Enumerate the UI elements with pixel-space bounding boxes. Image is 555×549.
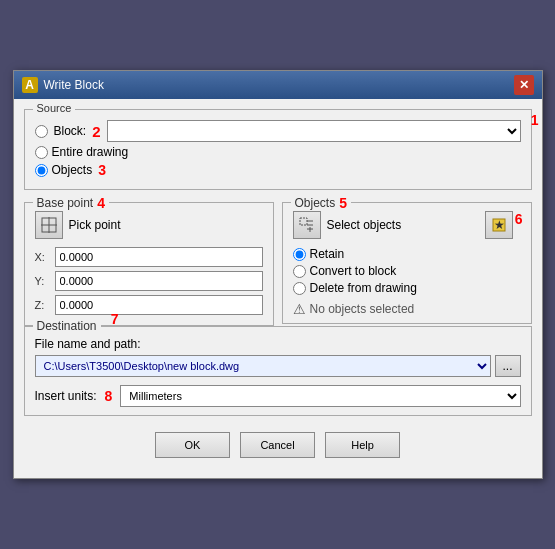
file-name-label-row: File name and path: — [35, 337, 521, 351]
quick-select-icon: ★ — [491, 217, 507, 233]
convert-radio[interactable] — [293, 265, 306, 278]
entire-drawing-radio[interactable] — [35, 146, 48, 159]
num-badge-3: 3 — [98, 162, 106, 178]
objects-group-label: Objects — [295, 196, 336, 210]
z-label: Z: — [35, 299, 49, 311]
objects-source-row: Objects 3 — [35, 162, 521, 178]
y-label: Y: — [35, 275, 49, 287]
objects-source-label: Objects — [52, 163, 93, 177]
delete-radio[interactable] — [293, 282, 306, 295]
y-input[interactable] — [55, 271, 263, 291]
title-bar: A Write Block ✕ — [14, 71, 542, 99]
pick-point-row: Pick point — [35, 211, 263, 239]
objects-radio[interactable] — [35, 164, 48, 177]
dialog-content: Source Block: 2 1 Entire drawing Objects — [14, 99, 542, 478]
num-badge-7: 7 — [111, 311, 119, 327]
title-bar-left: A Write Block — [22, 77, 104, 93]
x-row: X: — [35, 247, 263, 267]
select-objects-button[interactable] — [293, 211, 321, 239]
objects-group-header: Objects 5 — [291, 195, 351, 211]
select-objects-icon — [299, 217, 315, 233]
entire-drawing-label: Entire drawing — [52, 145, 129, 159]
help-button[interactable]: Help — [325, 432, 400, 458]
destination-label: Destination — [37, 319, 97, 333]
y-row: Y: — [35, 271, 263, 291]
browse-button[interactable]: ... — [495, 355, 521, 377]
destination-header: Destination 7 — [33, 319, 101, 333]
z-row: Z: — [35, 295, 263, 315]
retain-label: Retain — [310, 247, 345, 261]
base-point-col: Base point 4 Pick point — [24, 198, 274, 326]
svg-rect-3 — [300, 218, 307, 225]
convert-row: Convert to block — [293, 264, 521, 278]
block-dropdown[interactable] — [107, 120, 521, 142]
button-row: OK Cancel Help — [24, 424, 532, 468]
pick-point-label: Pick point — [69, 218, 121, 232]
write-block-dialog: A Write Block ✕ Source Block: 2 1 E — [13, 70, 543, 479]
warning-icon: ⚠ — [293, 301, 306, 317]
block-radio-label: Block: — [54, 124, 87, 138]
retain-radio[interactable] — [293, 248, 306, 261]
num-badge-1: 1 — [531, 112, 539, 128]
num-badge-2: 2 — [92, 123, 100, 140]
delete-label: Delete from drawing — [310, 281, 417, 295]
units-row: Insert units: 8 Millimeters Inches Feet … — [35, 385, 521, 407]
browse-label: ... — [502, 359, 512, 373]
select-objects-label: Select objects — [327, 218, 402, 232]
source-label: Source — [33, 102, 76, 114]
close-button[interactable]: ✕ — [514, 75, 534, 95]
two-col-layout: Base point 4 Pick point — [24, 198, 532, 326]
insert-units-label: Insert units: — [35, 389, 97, 403]
file-name-label: File name and path: — [35, 337, 141, 351]
no-objects-label: No objects selected — [310, 302, 415, 316]
x-label: X: — [35, 251, 49, 263]
pick-point-button[interactable] — [35, 211, 63, 239]
entire-drawing-row: Entire drawing — [35, 145, 521, 159]
num-badge-5: 5 — [339, 195, 347, 211]
units-dropdown[interactable]: Millimeters Inches Feet Centimeters Mete… — [120, 385, 520, 407]
no-objects-row: ⚠ No objects selected — [293, 301, 521, 317]
objects-col: Objects 5 Se — [282, 198, 532, 326]
quick-select-button[interactable]: ★ — [485, 211, 513, 239]
convert-label: Convert to block — [310, 264, 397, 278]
retain-row: Retain — [293, 247, 521, 261]
z-input[interactable] — [55, 295, 263, 315]
base-point-header: Base point 4 — [33, 195, 110, 211]
base-point-group: Base point 4 Pick point — [24, 202, 274, 326]
num-badge-8: 8 — [105, 388, 113, 404]
block-radio[interactable] — [35, 125, 48, 138]
cancel-button[interactable]: Cancel — [240, 432, 315, 458]
select-objects-row: Select objects ★ 6 — [293, 211, 521, 239]
destination-group: Destination 7 File name and path: C:\Use… — [24, 326, 532, 416]
app-icon-letter: A — [25, 78, 34, 92]
window-title: Write Block — [44, 78, 104, 92]
x-input[interactable] — [55, 247, 263, 267]
file-path-dropdown[interactable]: C:\Users\T3500\Desktop\new block.dwg — [35, 355, 491, 377]
num-badge-4: 4 — [97, 195, 105, 211]
svg-text:★: ★ — [493, 218, 504, 232]
file-path-row: C:\Users\T3500\Desktop\new block.dwg ... — [35, 355, 521, 377]
app-icon: A — [22, 77, 38, 93]
delete-row: Delete from drawing — [293, 281, 521, 295]
ok-button[interactable]: OK — [155, 432, 230, 458]
pick-point-icon — [41, 217, 57, 233]
num-badge-6: 6 — [515, 211, 523, 227]
source-group: Source Block: 2 1 Entire drawing Objects — [24, 109, 532, 190]
objects-group: Objects 5 Se — [282, 202, 532, 324]
base-point-label: Base point — [37, 196, 94, 210]
